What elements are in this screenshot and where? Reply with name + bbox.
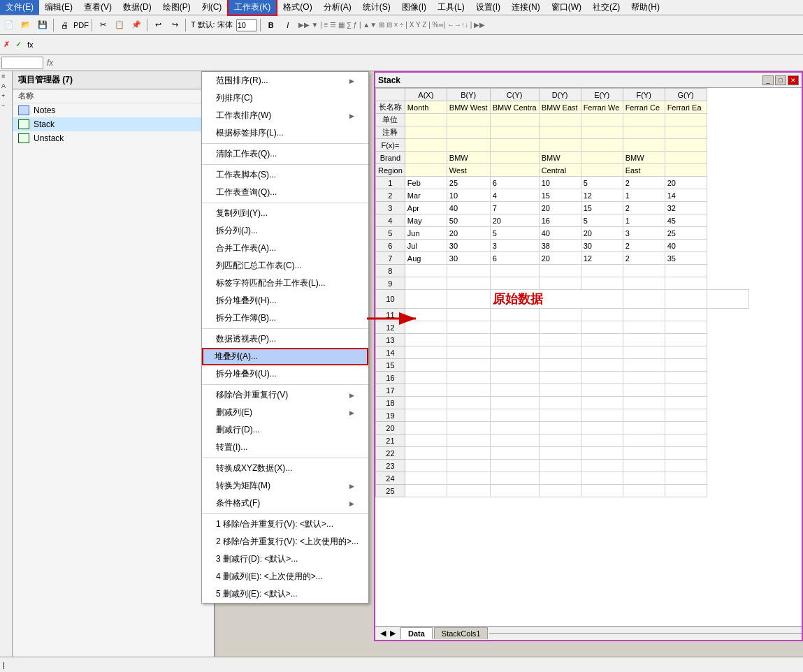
menu-recent-4[interactable]: 4 删减列(E): <上次使用的>... [202, 568, 368, 585]
col-header-D[interactable]: D(Y) [539, 89, 581, 101]
menu-window[interactable]: 窗口(W) [546, 0, 587, 15]
tb-redo[interactable]: ↪ [167, 17, 182, 33]
menu-split-stacked[interactable]: 拆分堆叠列(H)... [202, 292, 368, 309]
menu-split-workbook[interactable]: 拆分工作簿(B)... [202, 309, 368, 327]
tb-undo[interactable]: ↩ [150, 17, 166, 33]
cell-longname-E[interactable]: Ferrari We [581, 101, 623, 114]
close-btn[interactable]: ✕ [788, 75, 799, 85]
sidebar-item-unstack[interactable]: Unstack [13, 131, 214, 145]
sheet-tab-data[interactable]: Data [400, 627, 433, 639]
menu-col-sort[interactable]: 列排序(C) [202, 89, 368, 107]
cell-unit-A[interactable] [405, 114, 447, 126]
col-header-E[interactable]: E(Y) [581, 89, 623, 101]
submenu-arrow6 [347, 499, 354, 507]
left-btn3[interactable]: + [0, 91, 12, 101]
menu-recent-3[interactable]: 3 删减行(D): <默认>... [202, 550, 368, 568]
menu-draw[interactable]: 绘图(P) [157, 0, 196, 15]
menu-convert-matrix[interactable]: 转换为矩阵(M) [202, 477, 368, 495]
menu-conditional-format[interactable]: 条件格式(F) [202, 495, 368, 512]
menu-recent-1[interactable]: 1 移除/合并重复行(V): <默认>... [202, 516, 368, 533]
left-btn2[interactable]: A [0, 81, 12, 91]
menu-help[interactable]: 帮助(H) [625, 0, 665, 15]
cell-longname-B[interactable]: BMW West [447, 101, 490, 114]
cell-longname-A[interactable]: Month [405, 101, 447, 114]
cell-reference[interactable] [1, 57, 43, 69]
menu-sheet-query[interactable]: 工作表查询(Q)... [202, 184, 368, 201]
menu-remove-dup-rows[interactable]: 移除/合并重复行(V) [202, 386, 368, 404]
menu-copy-col[interactable]: 复制列到(Y)... [202, 205, 368, 222]
tb-paste[interactable]: 📌 [129, 17, 144, 33]
menu-pivot-table[interactable]: 数据透视表(P)... [202, 330, 368, 348]
menu-image[interactable]: 图像(I) [396, 0, 432, 15]
menu-file[interactable]: 文件(E) [0, 0, 39, 15]
tab-prev-btn[interactable]: ◀ [378, 629, 388, 638]
col-header-F[interactable]: F(Y) [623, 89, 665, 101]
notes-icon [18, 105, 29, 115]
tb-print[interactable]: 🖨 [57, 17, 72, 33]
menu-social[interactable]: 社交(Z) [587, 0, 625, 15]
menu-tools[interactable]: 工具(L) [432, 0, 470, 15]
tab-next-btn[interactable]: ▶ [388, 629, 398, 638]
menu-stack-cols[interactable]: 堆叠列(A)... [202, 348, 368, 365]
menu-view[interactable]: 查看(V) [78, 0, 117, 15]
col-header-G[interactable]: G(Y) [665, 89, 707, 101]
data-row-14: 14 [376, 346, 749, 359]
minimize-btn[interactable]: _ [762, 75, 774, 85]
menu-settings[interactable]: 设置(I) [470, 0, 506, 15]
menu-reduce-row[interactable]: 删减行(D)... [202, 421, 368, 439]
tb-new[interactable]: 📄 [1, 17, 17, 33]
menu-col-match-summary[interactable]: 列匹配汇总工作表(C)... [202, 257, 368, 275]
tb-italic[interactable]: I [280, 17, 296, 33]
menu-split-col[interactable]: 拆分列(J)... [202, 222, 368, 240]
menu-recent-5[interactable]: 5 删减列(E): <默认>... [202, 585, 368, 603]
menu-edit[interactable]: 编辑(E) [39, 0, 78, 15]
sheet-window-controls: _ □ ✕ [762, 75, 799, 85]
cell-longname-G[interactable]: Ferrari Ea [665, 101, 707, 114]
left-btn4[interactable]: − [0, 101, 12, 110]
stack-label: Stack [34, 119, 55, 129]
menu-unstack-cols[interactable]: 拆分堆叠列(U)... [202, 365, 368, 383]
cell-longname-D[interactable]: BMW East [539, 101, 581, 114]
menu-format[interactable]: 格式(O) [277, 0, 317, 15]
col-header-A[interactable]: A(X) [405, 89, 447, 101]
menu-transpose[interactable]: 转置(I)... [202, 439, 368, 456]
left-btn1[interactable]: ≡ [0, 71, 12, 81]
tb-cut[interactable]: ✂ [95, 17, 110, 33]
menu-analysis[interactable]: 分析(A) [318, 0, 357, 15]
maximize-btn[interactable]: □ [775, 75, 786, 85]
menu-stats[interactable]: 统计(S) [357, 0, 396, 15]
menu-sheet-script[interactable]: 工作表脚本(S)... [202, 166, 368, 184]
menu-data[interactable]: 数据(D) [117, 0, 157, 15]
sep-6 [202, 458, 368, 458]
menu-recent-2[interactable]: 2 移除/合并重复行(V): <上次使用的>... [202, 533, 368, 550]
menu-reduce-col[interactable]: 删减列(E) [202, 404, 368, 421]
sidebar-item-notes[interactable]: Notes [13, 103, 214, 117]
tb-save[interactable]: 💾 [35, 17, 50, 33]
tb-copy[interactable]: 📋 [112, 17, 127, 33]
grid-area[interactable]: A(X) B(Y) C(Y) D(Y) E(Y) F(Y) G(Y) 长名称 M… [375, 88, 802, 626]
tb-bold[interactable]: B [263, 17, 279, 33]
menu-tag-match-merge[interactable]: 标签字符匹配合并工作表(L)... [202, 275, 368, 292]
row-fx: F(x)= [376, 139, 749, 152]
menu-convert-xyz[interactable]: 转换成XYZ数据(X)... [202, 460, 368, 477]
menu-tag-sort[interactable]: 根据标签排序(L)... [202, 124, 368, 142]
menu-range-sort[interactable]: 范围排序(R)... [202, 72, 368, 89]
col-header-C[interactable]: C(Y) [490, 89, 539, 101]
menu-clear-sheet[interactable]: 清除工作表(Q)... [202, 145, 368, 163]
menu-col[interactable]: 列(C) [196, 0, 228, 15]
tb2-x[interactable]: ✗ [1, 40, 12, 49]
sheet-tab-stackcols1[interactable]: StackCols1 [434, 627, 489, 639]
sep-1 [202, 143, 368, 144]
menu-merge-sheet[interactable]: 合并工作表(A)... [202, 240, 368, 257]
menu-sheet-sort[interactable]: 工作表排序(W) [202, 107, 368, 124]
tb-pdf[interactable]: PDF [73, 17, 89, 33]
cell-longname-C[interactable]: BMW Centra [490, 101, 539, 114]
font-size-input[interactable] [236, 19, 257, 31]
tb2-check[interactable]: ✓ [13, 40, 24, 49]
col-header-B[interactable]: B(Y) [447, 89, 490, 101]
cell-longname-F[interactable]: Ferrari Ce [623, 101, 665, 114]
menu-worksheet[interactable]: 工作表(K) [227, 0, 277, 16]
sidebar-item-stack[interactable]: Stack [13, 117, 214, 131]
tb-open[interactable]: 📂 [18, 17, 34, 33]
menu-connect[interactable]: 连接(N) [506, 0, 546, 15]
